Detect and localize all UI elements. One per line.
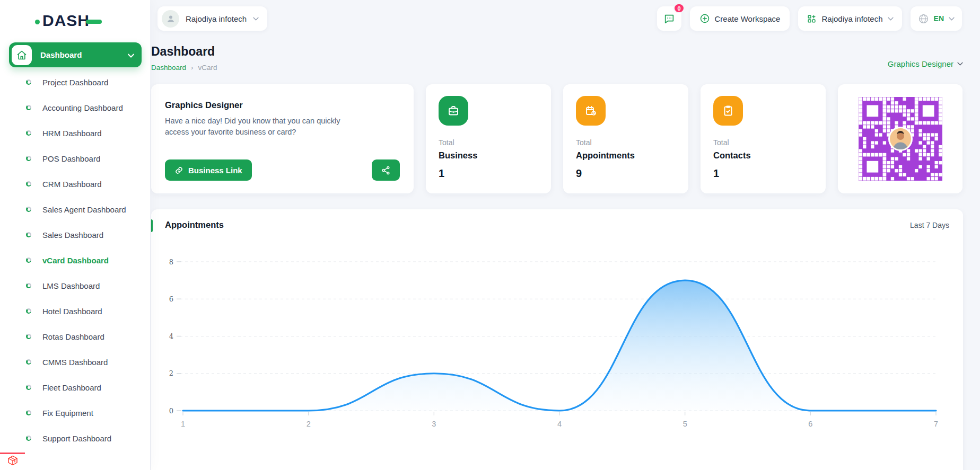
sidebar: DASH Dashboard Project DashboardAccounti… (0, 0, 150, 470)
workspace-name: Rajodiya infotech (821, 14, 882, 23)
sidebar-item-project-dashboard[interactable]: Project Dashboard (0, 69, 150, 95)
sidebar-item-label: Fix Equipment (42, 409, 93, 418)
svg-text:6: 6 (808, 420, 812, 428)
svg-text:2: 2 (169, 369, 173, 377)
sidebar-item-label: POS Dashboard (42, 154, 100, 163)
sidebar-item-label: Hotel Dashboard (42, 307, 102, 316)
business-link-label: Business Link (188, 166, 242, 175)
breadcrumb-home-link[interactable]: Dashboard (151, 64, 186, 72)
breadcrumb: Dashboard › vCard (151, 64, 217, 72)
panel-range-label: Last 7 Days (910, 221, 949, 229)
qr-code[interactable] (859, 97, 942, 181)
sidebar-group-dashboard[interactable]: Dashboard (9, 42, 142, 67)
breadcrumb-current: vCard (198, 64, 217, 72)
sidebar-item-vcard-dashboard[interactable]: vCard Dashboard (0, 247, 150, 273)
sidebar-item-label: Accounting Dashboard (42, 103, 123, 112)
sidebar-item-pos-dashboard[interactable]: POS Dashboard (0, 146, 150, 171)
circle-bullet-icon (26, 79, 31, 85)
sidebar-item-label: Support Dashboard (42, 434, 111, 443)
sidebar-item-label: HRM Dashboard (42, 129, 102, 138)
sidebar-item-label: Project Dashboard (42, 78, 108, 87)
circle-bullet-icon (26, 207, 31, 212)
sidebar-item-fix-equipment[interactable]: Fix Equipment (0, 400, 150, 425)
share-button[interactable] (372, 159, 400, 181)
sidebar-item-accounting-dashboard[interactable]: Accounting Dashboard (0, 95, 150, 120)
sidebar-item-label: Rotas Dashboard (42, 332, 104, 341)
topbar-actions: 0 Create Workspace Rajodiya infotech EN (657, 6, 962, 31)
circle-bullet-icon (26, 436, 31, 441)
stat-label: Contacts (713, 150, 813, 161)
stat-value: 1 (439, 167, 538, 180)
appointments-panel: Appointments Last 7 Days 864201234567 (151, 209, 963, 470)
circle-bullet-icon (26, 334, 31, 339)
sidebar-item-cmms-dashboard[interactable]: CMMS Dashboard (0, 349, 150, 375)
calendar-clock-icon (576, 96, 606, 126)
circle-bullet-icon (26, 181, 31, 187)
sidebar-item-label: CRM Dashboard (42, 180, 102, 189)
sidebar-item-support-dashboard[interactable]: Support Dashboard (0, 425, 150, 451)
app-logo[interactable]: DASH (0, 0, 150, 29)
globe-icon (918, 13, 929, 24)
svg-text:2: 2 (307, 420, 311, 428)
share-nodes-icon (381, 165, 391, 175)
create-workspace-button[interactable]: Create Workspace (690, 6, 790, 31)
sidebar-item-hrm-dashboard[interactable]: HRM Dashboard (0, 120, 150, 146)
sidebar-group-label: Dashboard (40, 50, 82, 59)
role-filter-label: Graphics Designer (888, 59, 953, 68)
sidebar-item-fleet-dashboard[interactable]: Fleet Dashboard (0, 375, 150, 400)
sidebar-item-hotel-dashboard[interactable]: Hotel Dashboard (0, 298, 150, 324)
sidebar-item-crm-dashboard[interactable]: CRM Dashboard (0, 171, 150, 197)
chevron-down-icon (128, 50, 134, 60)
avatar (162, 10, 179, 28)
circle-plus-icon (699, 13, 710, 24)
circle-bullet-icon (26, 130, 31, 136)
qr-code-card (838, 84, 962, 193)
circle-bullet-icon (26, 283, 31, 288)
sidebar-item-sales-agent-dashboard[interactable]: Sales Agent Dashboard (0, 197, 150, 222)
notification-badge: 0 (673, 3, 684, 13)
chevron-down-icon (888, 17, 894, 21)
sidebar-item-label: CMMS Dashboard (42, 358, 108, 367)
language-selector[interactable]: EN (911, 6, 962, 31)
user-menu-pill[interactable]: Rajodiya infotech (158, 6, 267, 31)
panel-title: Appointments (165, 220, 224, 230)
page-head: Dashboard Dashboard › vCard Graphics Des… (151, 45, 963, 72)
topbar: Rajodiya infotech 0 Create Workspace Raj… (150, 0, 980, 31)
laravel-debugbar-chip[interactable] (0, 453, 25, 470)
laravel-icon (6, 455, 19, 469)
sidebar-item-rotas-dashboard[interactable]: Rotas Dashboard (0, 324, 150, 349)
svg-text:8: 8 (169, 258, 173, 266)
sidebar-item-lms-dashboard[interactable]: LMS Dashboard (0, 273, 150, 298)
panel-accent-bar (151, 219, 153, 232)
clipboard-check-icon (713, 96, 743, 126)
svg-text:7: 7 (934, 420, 938, 428)
business-link-button[interactable]: Business Link (165, 159, 252, 181)
chevron-down-icon (949, 17, 955, 21)
stat-top-label: Total (576, 138, 676, 147)
sidebar-item-label: Sales Agent Dashboard (42, 205, 126, 214)
sidebar-menu: Project DashboardAccounting DashboardHRM… (0, 69, 150, 451)
sidebar-item-sales-dashboard[interactable]: Sales Dashboard (0, 222, 150, 247)
sidebar-item-label: vCard Dashboard (42, 256, 109, 265)
appointments-area-chart[interactable]: 864201234567 (151, 234, 963, 459)
welcome-title: Graphics Designer (165, 100, 400, 110)
svg-text:5: 5 (683, 420, 687, 428)
sidebar-item-label: LMS Dashboard (42, 281, 100, 290)
circle-bullet-icon (26, 232, 31, 237)
chevron-down-icon (957, 62, 963, 66)
role-filter-dropdown[interactable]: Graphics Designer (888, 59, 963, 68)
language-code: EN (934, 14, 944, 23)
circle-bullet-icon (26, 258, 31, 263)
panel-header: Appointments Last 7 Days (151, 209, 963, 234)
messages-button[interactable]: 0 (657, 6, 681, 31)
workspace-switcher[interactable]: Rajodiya infotech (798, 6, 902, 31)
logo-dot-icon (35, 20, 40, 24)
svg-text:6: 6 (169, 295, 173, 303)
briefcase-icon (439, 96, 468, 126)
logo-dash-icon (86, 20, 102, 24)
qr-center-avatar (888, 127, 913, 151)
svg-text:1: 1 (181, 420, 185, 428)
svg-text:4: 4 (557, 420, 562, 428)
svg-text:0: 0 (169, 407, 173, 415)
create-workspace-label: Create Workspace (715, 14, 781, 23)
